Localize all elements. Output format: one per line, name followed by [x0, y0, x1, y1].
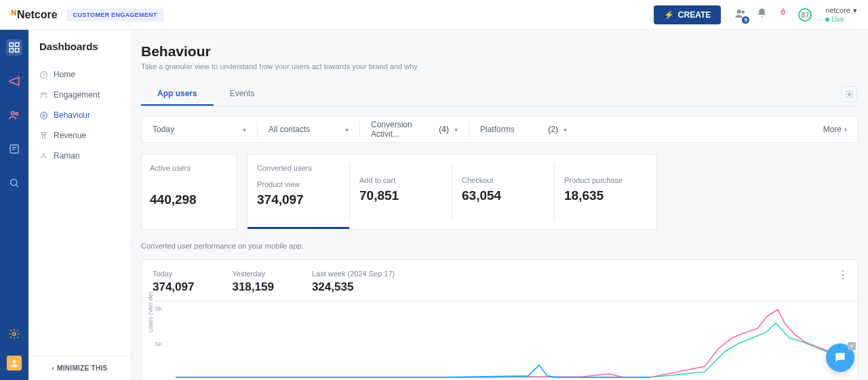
filters-more[interactable]: More›: [812, 125, 858, 134]
metric-converted-users: Converted users Product view 374,097 Add…: [247, 154, 657, 230]
metric-value: 70,851: [359, 188, 442, 203]
side-title: Dashboards: [28, 41, 131, 52]
sidebar-item-label: Home: [54, 70, 75, 79]
brand-name: Netcore: [17, 9, 58, 21]
svg-rect-4: [9, 49, 13, 52]
tab-app-users[interactable]: App users: [141, 83, 214, 106]
sidebar-item-raman[interactable]: Raman: [28, 146, 131, 166]
metric-value: 374,097: [257, 192, 340, 207]
metric-checkout[interactable]: Checkout 63,054: [452, 154, 554, 229]
line-chart: [176, 304, 847, 379]
chart-body: Users (Vert de) 8K 5K: [142, 301, 858, 379]
fire-icon[interactable]: [777, 7, 789, 22]
main-content: Behaviour Take a granular view to unders…: [132, 30, 868, 380]
filter-platforms[interactable]: Platforms(2)▾: [469, 117, 578, 142]
account-switcher[interactable]: netcore ▾ Live: [825, 5, 857, 24]
settings-button[interactable]: [841, 86, 857, 102]
page-subtitle: Take a granular view to understand how y…: [141, 62, 859, 70]
create-label: CREATE: [678, 10, 711, 20]
metric-add-to-cart[interactable]: Add to cart 70,851: [350, 154, 452, 229]
logo-mark: ᴺ: [11, 7, 16, 22]
product-tag: CUSTOMER ENGAGEMENT: [67, 9, 163, 21]
metrics-row: Active users 440,298 Converted users Pro…: [141, 154, 859, 230]
account-status: Live: [831, 15, 844, 24]
svg-rect-5: [16, 49, 19, 52]
brand-logo: ᴺ Netcore: [11, 7, 58, 22]
svg-rect-3: [16, 43, 19, 46]
filter-date[interactable]: Today▾: [142, 117, 257, 142]
chevron-right-icon: ›: [844, 125, 847, 134]
sidebar-item-label: Revenue: [54, 131, 86, 140]
svg-point-16: [43, 114, 45, 116]
metric-active-users[interactable]: Active users 440,298: [141, 154, 237, 230]
score-ring[interactable]: 87: [798, 8, 812, 22]
svg-point-14: [44, 92, 46, 94]
sidebar-item-label: Engagement: [54, 90, 100, 100]
chart-menu-button[interactable]: ⋮: [837, 268, 848, 281]
chart-card: ⋮ Today 374,097 Yesterday 318,159 Last w…: [141, 259, 859, 380]
user-group-icon[interactable]: 5: [734, 7, 747, 22]
tab-events[interactable]: Events: [214, 83, 271, 106]
rail-settings[interactable]: [6, 326, 22, 342]
chart-header-lastweek: Last week (2024 Sep 17) 324,535: [312, 270, 395, 294]
page-title: Behaviour: [141, 43, 859, 60]
svg-point-17: [43, 153, 44, 154]
caption-line: Converted user performance on your mobil…: [141, 242, 859, 250]
svg-point-9: [11, 180, 17, 186]
sidebar-item-label: Behaviour: [54, 110, 90, 120]
minimize-button[interactable]: ‹MINIMIZE THIS: [28, 356, 131, 380]
sidebar-item-engagement[interactable]: Engagement: [28, 85, 131, 105]
help-chat-button[interactable]: ×: [826, 343, 854, 372]
rail-campaigns[interactable]: [6, 73, 22, 89]
chevron-down-icon: ▾: [853, 5, 857, 15]
svg-point-11: [13, 360, 16, 363]
close-icon[interactable]: ×: [848, 342, 856, 350]
user-count-badge: 5: [742, 16, 749, 24]
rail-search[interactable]: [6, 175, 22, 191]
chevron-down-icon: ▾: [454, 126, 458, 133]
metric-product-purchase[interactable]: Product purchase 18,635: [555, 154, 656, 229]
metric-value: 63,054: [462, 188, 545, 203]
rail-profile[interactable]: [7, 356, 22, 371]
filter-audience[interactable]: All contacts▾: [258, 117, 359, 142]
filter-conversion[interactable]: Conversion Activit...(4)▾: [360, 117, 469, 142]
chart-header-yesterday: Yesterday 318,159: [232, 270, 273, 294]
svg-point-18: [848, 93, 850, 95]
chevron-down-icon: ▾: [345, 126, 349, 133]
bell-icon[interactable]: [756, 7, 768, 22]
sidebar-item-revenue[interactable]: Revenue: [28, 125, 131, 146]
svg-point-0: [737, 9, 741, 14]
chevron-left-icon: ‹: [52, 364, 54, 372]
svg-point-7: [16, 112, 18, 115]
sidebar-item-label: Raman: [54, 151, 80, 161]
account-name: netcore: [825, 5, 850, 15]
y-tick: 5K: [155, 341, 163, 347]
y-tick: 8K: [155, 305, 163, 312]
metric-product-view[interactable]: Converted users Product view 374,097: [248, 154, 349, 229]
y-axis-label: Users (Vert de): [147, 291, 154, 333]
sidebar-item-behaviour[interactable]: Behaviour: [28, 105, 131, 125]
metric-value: 18,635: [564, 188, 647, 203]
svg-point-15: [41, 112, 47, 119]
rail-content[interactable]: [6, 141, 22, 157]
chevron-down-icon: ▾: [564, 126, 567, 133]
sidebar-item-home[interactable]: Home: [28, 64, 131, 85]
chevron-down-icon: ▾: [243, 126, 246, 133]
tabs-row: App users Events: [141, 83, 859, 106]
lightning-icon: ⚡: [664, 10, 674, 20]
live-dot-icon: [825, 18, 829, 22]
svg-point-10: [13, 333, 16, 336]
create-button[interactable]: ⚡ CREATE: [654, 5, 721, 24]
filters-bar: Today▾ All contacts▾ Conversion Activit.…: [141, 116, 859, 143]
chart-header-today: Today 374,097: [153, 270, 194, 294]
rail-audience[interactable]: [6, 107, 22, 123]
svg-point-1: [742, 10, 745, 14]
top-bar: ᴺ Netcore CUSTOMER ENGAGEMENT ⚡ CREATE 5…: [0, 0, 868, 30]
metric-value: 440,298: [150, 192, 229, 207]
rail-dashboards[interactable]: [6, 39, 22, 56]
svg-point-13: [41, 92, 43, 94]
side-panel: Dashboards Home Engagement Behaviour Rev…: [28, 30, 132, 380]
svg-rect-2: [9, 43, 13, 46]
svg-point-6: [12, 112, 15, 115]
nav-rail: [0, 30, 28, 380]
